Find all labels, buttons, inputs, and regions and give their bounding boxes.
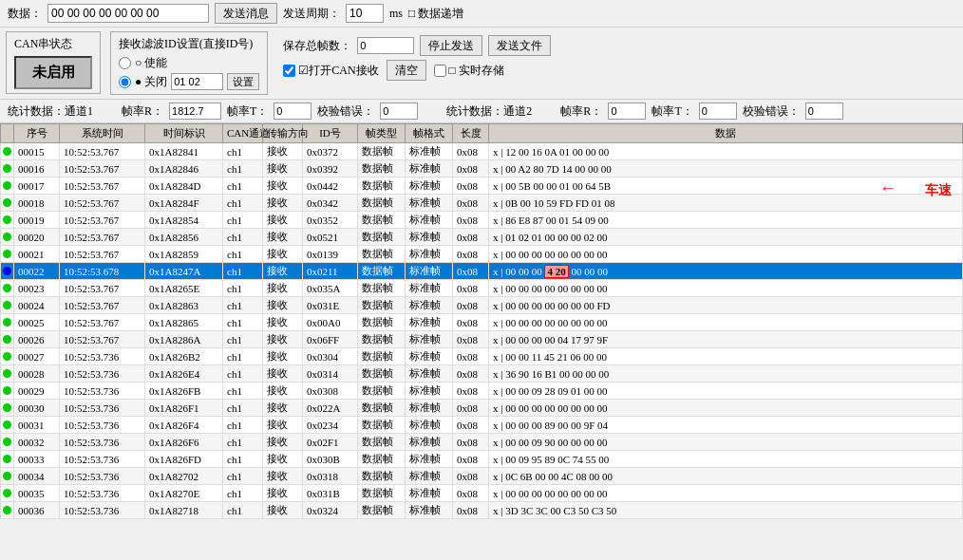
table-header-sys-time: 系统时间	[60, 124, 145, 143]
table-row[interactable]: 0002710:52:53.7360x1A826B2ch1接收0x0304数据帧…	[1, 348, 963, 365]
open-can-checkbox[interactable]	[283, 65, 295, 77]
status-dot	[1, 160, 14, 177]
table-row[interactable]: 0002610:52:53.7670x1A8286Ach1接收0x06FF数据帧…	[1, 331, 963, 348]
cell-len: 0x08	[453, 434, 489, 451]
table-row[interactable]: 0001710:52:53.7670x1A8284Dch1接收0x0442数据帧…	[1, 177, 963, 195]
clear-button[interactable]: 清空	[387, 60, 426, 81]
table-row[interactable]: 0003510:52:53.7360x1A8270Ech1接收0x031B数据帧…	[1, 485, 963, 502]
cell-time-id: 0x1A826F1	[145, 400, 223, 417]
cell-data: x | 0C 6B 00 00 4C 08 00 00	[489, 468, 963, 485]
realtime-save-checkbox[interactable]	[434, 65, 446, 77]
table-row[interactable]: 0002410:52:53.7670x1A82863ch1接收0x031E数据帧…	[1, 297, 963, 314]
cell-dir: 接收	[263, 195, 303, 212]
stats1-frame-t[interactable]	[274, 103, 312, 120]
cell-sys-time: 10:52:53.736	[60, 451, 145, 468]
cell-sys-time: 10:52:53.767	[60, 246, 145, 263]
table-row[interactable]: 0003610:52:53.7360x1A82718ch1接收0x0324数据帧…	[1, 502, 963, 519]
table-row[interactable]: 0002810:52:53.7360x1A826E4ch1接收0x0314数据帧…	[1, 365, 963, 383]
stats2-frame-t[interactable]	[699, 103, 737, 120]
table-row[interactable]: 0002010:52:53.7670x1A82856ch1接收0x0521数据帧…	[1, 229, 963, 246]
cell-frame-type: 数据帧	[358, 229, 406, 246]
cell-time-id: 0x1A82854	[145, 212, 223, 229]
can-status-value: 未启用	[14, 56, 92, 89]
cell-dir: 接收	[263, 417, 303, 434]
table-row[interactable]: 0003410:52:53.7360x1A82702ch1接收0x0318数据帧…	[1, 468, 963, 485]
cell-len: 0x08	[453, 263, 489, 280]
cell-id: 00020	[14, 229, 60, 246]
cell-id: 00029	[14, 383, 60, 400]
filter-enable-radio[interactable]	[119, 57, 131, 69]
cell-can-ch: ch1	[223, 160, 263, 177]
cell-sys-time: 10:52:53.767	[60, 212, 145, 229]
cell-frame-type: 数据帧	[358, 263, 406, 280]
table-row[interactable]: 0002210:52:53.6780x1A8247Ach1接收0x0211数据帧…	[1, 263, 963, 280]
cell-frame-fmt: 标准帧	[406, 297, 453, 314]
table-header-data: 数据	[489, 124, 963, 143]
table-row[interactable]: 0003210:52:53.7360x1A826F6ch1接收0x02F1数据帧…	[1, 434, 963, 451]
status-dot	[1, 263, 14, 280]
cell-id-no: 0x0314	[303, 365, 358, 383]
cell-id-no: 0x0392	[303, 160, 358, 177]
table-row[interactable]: 0002110:52:53.7670x1A82859ch1接收0x0139数据帧…	[1, 246, 963, 263]
cell-id: 00019	[14, 212, 60, 229]
cell-can-ch: ch1	[223, 468, 263, 485]
stats1-frame-r[interactable]	[169, 103, 221, 120]
cell-id: 00031	[14, 417, 60, 434]
cell-id: 00033	[14, 451, 60, 468]
stats2-frame-r-label: 帧率R：	[560, 103, 602, 120]
table-row[interactable]: 0003010:52:53.7360x1A826F1ch1接收0x022A数据帧…	[1, 400, 963, 417]
table-row[interactable]: 0001510:52:53.7670x1A82841ch1接收0x0372数据帧…	[1, 143, 963, 160]
cell-frame-fmt: 标准帧	[406, 417, 453, 434]
table-row[interactable]: 0002310:52:53.7670x1A8265Ech1接收0x035A数据帧…	[1, 280, 963, 297]
cell-len: 0x08	[453, 280, 489, 297]
data-label: 数据：	[8, 6, 42, 22]
stats2-frame-r[interactable]	[608, 103, 646, 120]
send-file-button[interactable]: 发送文件	[488, 35, 551, 56]
save-frames-input[interactable]	[357, 37, 414, 54]
send-msg-button[interactable]: 发送消息	[215, 3, 277, 24]
cell-can-ch: ch1	[223, 348, 263, 365]
cell-frame-fmt: 标准帧	[406, 485, 453, 502]
cell-dir: 接收	[263, 400, 303, 417]
table-row[interactable]: 0003310:52:53.7360x1A826FDch1接收0x030B数据帧…	[1, 451, 963, 468]
cell-dir: 接收	[263, 314, 303, 331]
data-input[interactable]	[47, 4, 209, 23]
cell-id-no: 0x035A	[303, 280, 358, 297]
filter-input[interactable]	[171, 73, 223, 90]
cell-len: 0x08	[453, 502, 489, 519]
cell-sys-time: 10:52:53.736	[60, 417, 145, 434]
filter-set-button[interactable]: 设置	[227, 73, 259, 90]
stats1-check-error[interactable]	[380, 103, 418, 120]
cell-time-id: 0x1A826FB	[145, 383, 223, 400]
table-row[interactable]: 0001810:52:53.7670x1A8284Fch1接收0x0342数据帧…	[1, 195, 963, 212]
cell-len: 0x08	[453, 143, 489, 160]
stop-send-button[interactable]: 停止发送	[420, 35, 482, 56]
cell-len: 0x08	[453, 365, 489, 383]
table-row[interactable]: 0002510:52:53.7670x1A82865ch1接收0x00A0数据帧…	[1, 314, 963, 331]
cell-frame-type: 数据帧	[358, 468, 406, 485]
cell-can-ch: ch1	[223, 246, 263, 263]
stats2-check-error[interactable]	[805, 103, 843, 120]
cell-dir: 接收	[263, 160, 303, 177]
table-row[interactable]: 0001910:52:53.7670x1A82854ch1接收0x0352数据帧…	[1, 212, 963, 229]
table-header-len: 长度	[453, 124, 489, 143]
table-row[interactable]: 0003110:52:53.7360x1A826F4ch1接收0x0234数据帧…	[1, 417, 963, 434]
table-row[interactable]: 0002910:52:53.7360x1A826FBch1接收0x0308数据帧…	[1, 383, 963, 400]
cell-sys-time: 10:52:53.736	[60, 400, 145, 417]
filter-enable-label: ○ 使能	[135, 55, 167, 71]
cell-frame-fmt: 标准帧	[406, 195, 453, 212]
realtime-save-label[interactable]: □ 实时存储	[434, 63, 504, 79]
cell-time-id: 0x1A82863	[145, 297, 223, 314]
cell-len: 0x08	[453, 195, 489, 212]
cell-data: x | 00 00 00 00 00 00 00 00	[489, 314, 963, 331]
cell-id-no: 0x022A	[303, 400, 358, 417]
stats1-check-label: 校验错误：	[317, 103, 374, 120]
open-can-label[interactable]: ☑打开CAN接收	[283, 63, 378, 79]
period-input[interactable]	[346, 4, 384, 23]
stats1-label: 统计数据：通道1	[8, 103, 93, 120]
cell-data: x | 00 00 09 28 09 01 00 00	[489, 383, 963, 400]
cell-id: 00015	[14, 143, 60, 160]
table-row[interactable]: 0001610:52:53.7670x1A82846ch1接收0x0392数据帧…	[1, 160, 963, 177]
filter-close-radio[interactable]	[119, 76, 131, 88]
status-dot	[1, 314, 14, 331]
